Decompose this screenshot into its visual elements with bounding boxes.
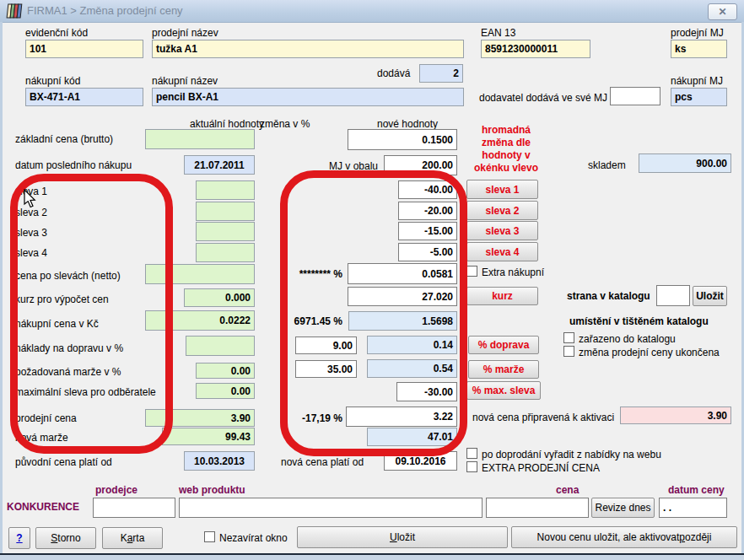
- window-title: FIRMA1 > Změna prodejní ceny: [27, 0, 183, 22]
- storno-button[interactable]: Storno: [35, 527, 96, 549]
- close-icon[interactable]: ✕: [708, 3, 737, 20]
- sleva1-label: sleva 1: [15, 186, 47, 197]
- prodejni-mj-field[interactable]: ks: [671, 40, 727, 58]
- nova-cena-aktivace-field: 3.90: [620, 407, 731, 424]
- skladem-label: skladem: [588, 159, 626, 171]
- extra-nakupni-checkbox[interactable]: [466, 266, 477, 277]
- web-produktu-field[interactable]: [179, 498, 483, 518]
- prodejni-cena-aktualni[interactable]: 3.90: [145, 409, 255, 427]
- sleva1-button[interactable]: sleva 1: [466, 180, 538, 199]
- datum-nakupu-label: datum posledního nákupu: [15, 159, 132, 171]
- max-sleva-nova[interactable]: -30.00: [396, 382, 457, 401]
- help-button[interactable]: ?: [8, 527, 30, 549]
- nakupni-nazev-label: nákupní název: [152, 75, 218, 87]
- nakupni-nazev-field[interactable]: pencil BX-A1: [152, 88, 464, 106]
- zarazeno-label: zařazeno do katalogu: [579, 333, 676, 345]
- sleva4-aktualni[interactable]: [196, 243, 255, 262]
- kurz-button[interactable]: kurz: [466, 287, 538, 305]
- extra-prodejni-checkbox[interactable]: [466, 461, 477, 472]
- prodejce-field[interactable]: [93, 498, 175, 518]
- zakladni-cena-label: základní cena (brutto): [15, 133, 113, 145]
- strana-v-katalogu-field[interactable]: [656, 285, 690, 306]
- sleva3-button[interactable]: sleva 3: [466, 221, 538, 240]
- sleva4-nova[interactable]: -5.00: [398, 243, 457, 261]
- sleva2-aktualni[interactable]: [196, 202, 255, 221]
- prodejni-mj-label: prodejní MJ: [671, 27, 724, 39]
- ulozit-button[interactable]: Uložit: [297, 526, 508, 548]
- window-frame-left: [0, 22, 3, 553]
- po-doprodani-label: po doprodání vyřadit z nabídky na webu: [482, 449, 661, 460]
- mj-v-obalu-field[interactable]: 200.00: [384, 155, 457, 175]
- naklady-doprava-zmena[interactable]: 9.00: [295, 337, 357, 354]
- karta-button[interactable]: Karta: [102, 527, 163, 549]
- nova-cena-aktivace-label: nová cena připravená k aktivaci: [472, 412, 614, 423]
- nova-marze-aktualni[interactable]: 99.43: [162, 428, 255, 445]
- sleva2-button[interactable]: sleva 2: [466, 201, 538, 220]
- sleva3-label: sleva 3: [15, 227, 47, 239]
- evidencni-kod-label: evidenční kód: [25, 27, 88, 39]
- extra-prodejni-label: EXTRA PRODEJNÍ CENA: [482, 462, 600, 474]
- ean13-field[interactable]: 8591230000011: [481, 40, 590, 58]
- sleva1-nova[interactable]: -40.00: [398, 180, 457, 199]
- sleva3-aktualni[interactable]: [196, 222, 255, 241]
- naklady-doprava-aktualni[interactable]: [186, 336, 255, 356]
- cena-po-slevach-nova[interactable]: 0.0581: [348, 263, 457, 284]
- dodava-label: dodává: [377, 67, 410, 79]
- dodavatel-mj-field[interactable]: [610, 87, 660, 105]
- nezavirat-okno-checkbox[interactable]: [204, 531, 215, 542]
- mj-v-obalu-label: MJ v obalu: [329, 160, 378, 172]
- pozadovana-marze-label: požadovaná marže v %: [15, 366, 121, 378]
- po-doprodani-checkbox[interactable]: [466, 448, 477, 459]
- pozadovana-marze-zmena[interactable]: 35.00: [295, 360, 357, 378]
- nakupni-mj-field[interactable]: pcs: [671, 88, 727, 106]
- pct-doprava-button[interactable]: % doprava: [468, 336, 539, 354]
- sleva2-nova[interactable]: -20.00: [398, 202, 457, 220]
- naklady-doprava-nova: 0.14: [367, 336, 457, 354]
- extra-nakupni-label: Extra nákupní: [482, 267, 544, 278]
- ean13-label: EAN 13: [481, 27, 515, 39]
- nakupni-cena-nova: 1.5698: [348, 311, 457, 331]
- cena-po-slevach-aktualni[interactable]: [145, 264, 255, 284]
- kurz-nova[interactable]: 27.020: [348, 287, 457, 306]
- datum-ceny-field[interactable]: . .: [659, 498, 727, 518]
- pct-marze-button[interactable]: % marže: [468, 360, 539, 379]
- prodejni-cena-nova[interactable]: 3.22: [346, 407, 457, 427]
- pozadovana-marze-aktualni[interactable]: 0.00: [196, 363, 255, 379]
- datum-nakupu-field: 21.07.2011: [184, 155, 255, 175]
- window-frame-bottom: [0, 553, 744, 560]
- prodejce-label: prodejce: [95, 484, 137, 496]
- zakladni-cena-nova[interactable]: 0.1500: [348, 129, 457, 150]
- konkurence-heading: KONKURENCE: [7, 501, 79, 513]
- prodejni-cena-label: prodejní cena: [15, 412, 77, 424]
- strana-ulozit-button[interactable]: Uložit: [693, 286, 727, 306]
- nova-cena-od-label: nová cena platí od: [281, 456, 364, 468]
- sleva4-label: sleva 4: [15, 247, 47, 259]
- zmena-ukoncena-checkbox[interactable]: [563, 346, 574, 357]
- dodava-field[interactable]: 2: [419, 64, 463, 83]
- evidencni-kod-field[interactable]: 101: [25, 40, 143, 58]
- datum-ceny-label: datum ceny: [668, 484, 725, 496]
- strana-v-katalogu-label: strana v katalogu: [567, 290, 650, 302]
- col-aktualni-hodnoty: aktuální hodnoty: [190, 118, 264, 130]
- sleva1-aktualni[interactable]: [196, 180, 255, 200]
- dialog-zmena-prodejni-ceny: FIRMA1 > Změna prodejní ceny ✕ evidenční…: [0, 0, 744, 560]
- revize-dnes-button[interactable]: Revize dnes: [591, 498, 655, 518]
- nova-cena-od-field[interactable]: 09.10.2016: [384, 451, 457, 471]
- sleva3-nova[interactable]: -15.00: [398, 222, 457, 240]
- nakupni-cena-aktualni[interactable]: 0.0222: [145, 310, 255, 331]
- col-nove-hodnoty: nové hodnoty: [377, 118, 438, 130]
- pct-max-sleva-button[interactable]: % max. sleva: [466, 381, 541, 400]
- zakladni-cena-aktualni[interactable]: [145, 129, 255, 149]
- zarazeno-checkbox[interactable]: [563, 332, 574, 343]
- sleva4-button[interactable]: sleva 4: [466, 242, 538, 261]
- max-sleva-aktualni[interactable]: 0.00: [196, 383, 255, 399]
- nakupni-mj-label: nákupní MJ: [671, 75, 723, 87]
- novou-cenu-button[interactable]: Novou cenu uložit, ale aktivovat později: [511, 526, 737, 548]
- kurz-aktualni[interactable]: 0.000: [184, 288, 255, 307]
- cena-field[interactable]: [486, 498, 589, 518]
- prodejni-nazev-field[interactable]: tužka A1: [152, 40, 464, 58]
- web-produktu-label: web produktu: [179, 484, 245, 496]
- sleva2-label: sleva 2: [15, 207, 47, 218]
- puvodni-cena-field: 10.03.2013: [184, 451, 255, 471]
- nakupni-kod-field[interactable]: BX-471-A1: [25, 88, 143, 106]
